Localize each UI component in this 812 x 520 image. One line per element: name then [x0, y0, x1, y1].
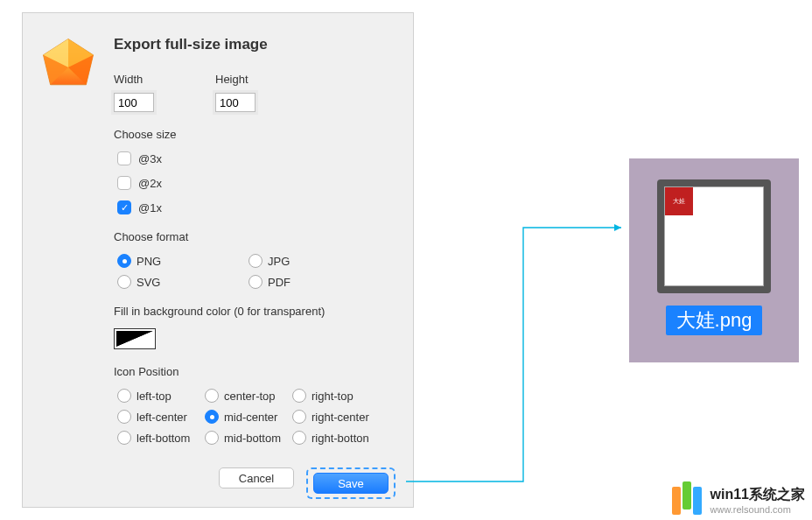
- save-button[interactable]: Save: [313, 473, 388, 494]
- format-pdf-label: PDF: [268, 276, 290, 289]
- size-2x-checkbox[interactable]: [117, 176, 131, 190]
- choose-format-header: Choose format: [114, 230, 396, 243]
- save-highlight: Save: [306, 467, 396, 499]
- pos-mid-center-radio[interactable]: [205, 410, 219, 424]
- export-dialog: Export full-size image Width Height Choo…: [22, 12, 414, 508]
- pos-mid-center-label: mid-center: [224, 411, 277, 424]
- format-png-label: PNG: [136, 255, 161, 268]
- pos-right-top-label: right-top: [312, 390, 354, 403]
- size-1x-checkbox[interactable]: ✓: [117, 200, 131, 214]
- watermark-url: www.relsound.com: [710, 504, 805, 515]
- size-2x-label: @2x: [138, 177, 162, 190]
- thumbnail-frame: 大娃: [657, 179, 771, 293]
- choose-size-header: Choose size: [114, 128, 396, 141]
- format-jpg-radio[interactable]: [248, 254, 262, 268]
- pos-left-center-radio[interactable]: [117, 410, 131, 424]
- svg-marker-5: [614, 224, 621, 231]
- wm-bar-3: [693, 487, 702, 515]
- format-pdf-radio[interactable]: [248, 275, 262, 289]
- width-input[interactable]: [114, 93, 154, 112]
- bg-color-header: Fill in background color (0 for transpar…: [114, 305, 396, 318]
- filename-label: 大娃.png: [666, 306, 763, 335]
- pos-center-top-label: center-top: [224, 390, 276, 403]
- pos-right-center-radio[interactable]: [292, 410, 306, 424]
- app-icon: [38, 31, 114, 489]
- size-3x-label: @3x: [138, 152, 162, 165]
- file-preview: 大娃 大娃.png: [629, 158, 799, 362]
- wm-bar-1: [672, 487, 681, 515]
- size-1x-label: @1x: [138, 201, 162, 214]
- watermark-title: win11系统之家: [710, 486, 805, 504]
- wm-bar-2: [682, 481, 691, 509]
- height-input[interactable]: [215, 93, 256, 112]
- watermark-logo-icon: [672, 487, 702, 515]
- icon-position-header: Icon Position: [114, 365, 396, 378]
- cancel-button[interactable]: Cancel: [219, 467, 294, 488]
- pos-left-bottom-radio[interactable]: [117, 431, 131, 445]
- pos-left-top-label: left-top: [136, 390, 172, 403]
- format-svg-radio[interactable]: [117, 275, 131, 289]
- thumbnail-icon: 大娃: [665, 187, 693, 215]
- pos-right-bottom-radio[interactable]: [292, 431, 306, 445]
- pos-mid-bottom-label: mid-bottom: [224, 432, 281, 445]
- pos-right-bottom-label: right-botton: [312, 432, 369, 445]
- watermark: win11系统之家 www.relsound.com: [672, 486, 805, 515]
- pos-center-top-radio[interactable]: [205, 389, 219, 403]
- pos-right-top-radio[interactable]: [292, 389, 306, 403]
- format-svg-label: SVG: [136, 276, 160, 289]
- pos-right-center-label: right-center: [312, 411, 369, 424]
- bg-color-swatch: [116, 331, 153, 347]
- pos-mid-bottom-radio[interactable]: [205, 431, 219, 445]
- pos-left-top-radio[interactable]: [117, 389, 131, 403]
- pos-left-bottom-label: left-bottom: [136, 432, 190, 445]
- thumbnail-canvas: 大娃: [664, 186, 764, 286]
- height-label: Height: [215, 73, 256, 86]
- bg-color-well[interactable]: [114, 328, 156, 349]
- pos-left-center-label: left-center: [136, 411, 187, 424]
- format-png-radio[interactable]: [117, 254, 131, 268]
- size-3x-checkbox[interactable]: [117, 151, 131, 165]
- width-label: Width: [114, 73, 154, 86]
- format-jpg-label: JPG: [268, 255, 290, 268]
- dialog-title: Export full-size image: [114, 36, 396, 53]
